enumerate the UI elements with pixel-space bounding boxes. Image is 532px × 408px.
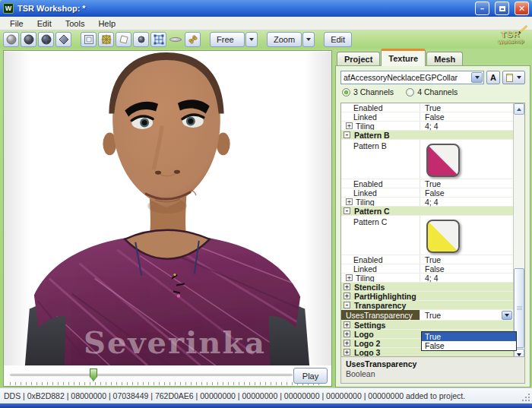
category-row-transparency[interactable]: -Transparency	[341, 301, 513, 310]
resize-grip[interactable]	[521, 393, 530, 402]
uv-page-button[interactable]	[116, 32, 131, 47]
camera-mode-button[interactable]: Free	[210, 32, 245, 47]
title-bar[interactable]: W TSR Workshop: * – ✕	[0, 0, 532, 17]
property-row-tiling[interactable]: +Tiling4; 4	[341, 122, 513, 131]
menu-item-file[interactable]: File	[3, 18, 30, 29]
category-row-parthighlighting[interactable]: +PartHighlighting	[341, 292, 513, 301]
minimize-button[interactable]: –	[475, 2, 489, 15]
pattern-color-swatch[interactable]	[426, 220, 460, 253]
radio-3-channels[interactable]: 3 Channels	[342, 87, 394, 96]
menu-item-help[interactable]: Help	[91, 18, 122, 29]
radio-4-channels[interactable]: 4 Channels	[406, 87, 458, 96]
zoom-button[interactable]: Zoom	[267, 32, 302, 47]
edit-button[interactable]: Edit	[324, 32, 352, 47]
property-grid-scrollbar[interactable]	[513, 103, 524, 360]
category-row-settings[interactable]: +Settings	[341, 321, 513, 330]
property-row-usestransparency[interactable]: UsesTransparencyTrue	[341, 310, 513, 321]
grid-snap-button[interactable]	[150, 32, 166, 47]
3d-preview-viewport[interactable]: Severinka	[4, 51, 331, 366]
property-name[interactable]: Enabled	[341, 103, 420, 112]
dropdown-option-false[interactable]: False	[422, 341, 516, 350]
wireframe-button[interactable]	[81, 32, 97, 47]
category-row-pattern-c[interactable]: -Pattern C	[341, 207, 513, 216]
property-row-enabled[interactable]: EnabledTrue	[341, 255, 513, 264]
dropdown-option-true[interactable]: True	[422, 332, 516, 341]
ground-plane-icon[interactable]	[169, 37, 182, 42]
expand-toggle-icon[interactable]: -	[344, 207, 350, 214]
expand-toggle-icon[interactable]: +	[344, 331, 350, 337]
property-value[interactable]: True	[420, 255, 513, 264]
texture-mode-button[interactable]	[98, 32, 114, 47]
pattern-color-swatch[interactable]	[426, 144, 460, 177]
play-button[interactable]: Play	[293, 368, 328, 384]
camera-mode-dropdown-button[interactable]	[245, 32, 258, 47]
property-value[interactable]: 4; 4	[420, 122, 513, 130]
menu-item-edit[interactable]: Edit	[30, 18, 59, 29]
property-row-pattern-b[interactable]: Pattern B	[341, 140, 513, 179]
diamond-view-button[interactable]	[55, 32, 71, 47]
tab-project[interactable]: Project	[337, 52, 380, 66]
property-value[interactable]: False	[420, 188, 513, 197]
scrollbar-up-button[interactable]	[514, 103, 524, 115]
expand-toggle-icon[interactable]: +	[344, 349, 350, 356]
property-value[interactable]	[420, 140, 513, 179]
property-name[interactable]: +Tiling	[341, 274, 420, 282]
shaded-sphere-button[interactable]	[3, 32, 19, 47]
preset-combobox[interactable]: afAccessoryNecklaceEGPCollar	[340, 71, 484, 84]
slider-ticks	[10, 382, 323, 385]
expand-toggle-icon[interactable]: +	[346, 198, 353, 205]
property-row-enabled[interactable]: EnabledTrue	[341, 103, 513, 112]
property-value[interactable]: False	[420, 264, 513, 273]
bone-icon	[188, 34, 198, 45]
property-row-enabled[interactable]: EnabledTrue	[341, 179, 513, 188]
property-name[interactable]: +Tiling	[341, 122, 420, 130]
expand-toggle-icon[interactable]: +	[344, 283, 350, 290]
expand-toggle-icon[interactable]: +	[344, 321, 350, 328]
property-value[interactable]: True	[420, 103, 513, 112]
tab-mesh[interactable]: Mesh	[426, 52, 463, 66]
category-row-stencils[interactable]: +Stencils	[341, 283, 513, 292]
expand-toggle-icon[interactable]: +	[346, 274, 353, 281]
property-value[interactable]: True	[420, 310, 513, 320]
slider-thumb[interactable]	[90, 368, 97, 381]
timeline-slider[interactable]	[10, 374, 293, 376]
bone-button[interactable]	[185, 32, 201, 47]
expand-toggle-icon[interactable]: +	[344, 340, 350, 346]
property-name[interactable]: UsesTransparency	[341, 310, 420, 320]
alpha-button[interactable]: A	[486, 71, 500, 84]
property-value[interactable]	[420, 216, 513, 255]
property-row-pattern-c[interactable]: Pattern C	[341, 216, 513, 255]
property-value[interactable]: 4; 4	[420, 198, 513, 206]
close-button[interactable]: ✕	[515, 2, 529, 15]
expand-toggle-icon[interactable]: -	[344, 131, 350, 138]
textured-sphere-button[interactable]	[38, 32, 54, 47]
preset-combobox-arrow[interactable]	[471, 72, 483, 83]
property-name[interactable]: Enabled	[341, 255, 420, 264]
zoom-dropdown-button[interactable]	[302, 32, 315, 47]
property-row-linked[interactable]: LinkedFalse	[341, 112, 513, 122]
export-split-button[interactable]	[502, 71, 525, 84]
value-combo-arrow-button[interactable]	[502, 311, 512, 320]
sphere-smooth-icon	[6, 34, 17, 45]
property-name[interactable]: Linked	[341, 112, 420, 121]
property-name[interactable]: Linked	[341, 188, 420, 197]
property-row-linked[interactable]: LinkedFalse	[341, 264, 513, 274]
property-value[interactable]: 4; 4	[420, 274, 513, 282]
property-name[interactable]: Linked	[341, 264, 420, 273]
category-row-pattern-b[interactable]: -Pattern B	[341, 131, 513, 140]
menu-item-tools[interactable]: Tools	[59, 18, 92, 29]
dark-sphere-button[interactable]	[21, 32, 36, 47]
expand-toggle-icon[interactable]: +	[344, 293, 350, 299]
maximize-button[interactable]	[495, 2, 509, 15]
property-value[interactable]: False	[420, 112, 513, 121]
expand-toggle-icon[interactable]: -	[344, 302, 350, 308]
small-sphere-button[interactable]	[133, 32, 149, 47]
property-name[interactable]: Enabled	[341, 179, 420, 188]
property-name[interactable]: +Tiling	[341, 198, 420, 206]
property-row-linked[interactable]: LinkedFalse	[341, 188, 513, 198]
property-row-tiling[interactable]: +Tiling4; 4	[341, 198, 513, 207]
property-row-tiling[interactable]: +Tiling4; 4	[341, 274, 513, 283]
expand-toggle-icon[interactable]: +	[346, 122, 353, 129]
property-value[interactable]: True	[420, 179, 513, 188]
tab-texture[interactable]: Texture	[381, 49, 426, 66]
